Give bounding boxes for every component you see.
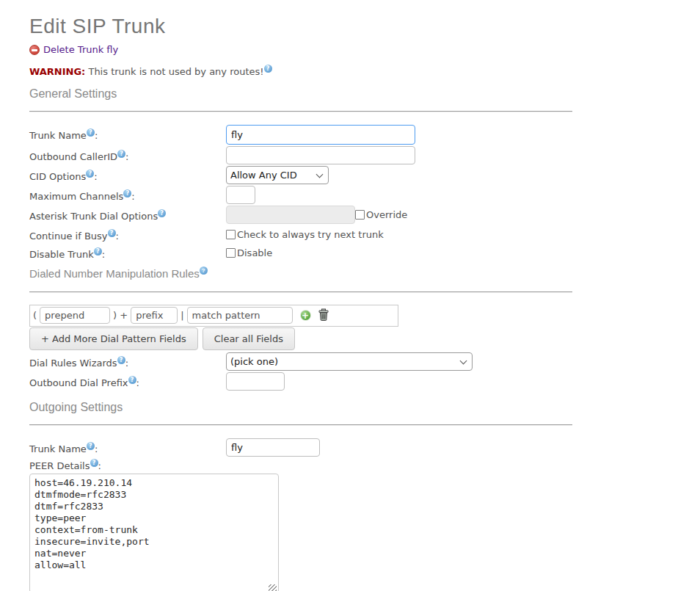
- dial-rules-form: Dial Rules Wizards?: (pick one) Outbound…: [29, 352, 572, 391]
- help-icon[interactable]: ?: [94, 247, 102, 255]
- disable-trunk-checkbox[interactable]: [226, 248, 236, 258]
- prepend-input[interactable]: [40, 307, 110, 324]
- continue-if-busy-cb-label: Check to always try next trunk: [237, 229, 384, 240]
- continue-if-busy-row: Continue if Busy?: Check to always try n…: [29, 225, 572, 242]
- outgoing-settings-heading: Outgoing Settings: [29, 401, 572, 414]
- outgoing-trunk-name-input[interactable]: [226, 438, 320, 457]
- outbound-dial-prefix-row: Outbound Dial Prefix?:: [29, 372, 572, 391]
- cid-options-select-wrap: Allow Any CID: [226, 166, 329, 184]
- outbound-callerid-label: Outbound CallerID?:: [29, 146, 226, 162]
- disable-trunk-label: Disable Trunk?:: [29, 244, 226, 260]
- cid-options-select[interactable]: Allow Any CID: [226, 166, 329, 184]
- wizards-select-wrap: (pick one): [226, 352, 473, 371]
- page-title: Edit SIP Trunk: [29, 15, 572, 38]
- help-icon[interactable]: ?: [200, 267, 208, 275]
- cid-options-row: CID Options?: Allow Any CID: [29, 166, 572, 184]
- outgoing-settings-form: Trunk Name?: PEER Details?: host=46.19.2…: [29, 438, 572, 591]
- help-icon[interactable]: ?: [123, 189, 131, 197]
- pattern-buttons-row: + Add More Dial Pattern Fields Clear all…: [29, 327, 572, 350]
- prefix-input[interactable]: [131, 307, 178, 324]
- pipe-separator: |: [181, 310, 183, 321]
- divider: [29, 424, 572, 426]
- help-icon[interactable]: ?: [87, 442, 95, 450]
- dial-rules-heading: Dialed Number Manipulation Rules?: [29, 267, 572, 280]
- outbound-callerid-row: Outbound CallerID?:: [29, 146, 572, 164]
- help-icon[interactable]: ?: [108, 229, 116, 237]
- resize-handle[interactable]: [269, 584, 277, 591]
- warning-text: This trunk is not used by any routes!: [88, 66, 263, 77]
- delete-icon[interactable]: [29, 45, 40, 55]
- outgoing-trunk-name-row: Trunk Name?:: [29, 438, 572, 457]
- close-paren-plus: ) +: [113, 310, 128, 321]
- trunk-name-row: Trunk Name?:: [29, 125, 572, 145]
- warning-row: WARNING: This trunk is not used by any r…: [29, 65, 572, 77]
- dial-pattern-row: ( ) + | +: [29, 305, 398, 327]
- delete-trunk-row: Delete Trunk fly: [29, 44, 572, 55]
- general-settings-form: Trunk Name?: Outbound CallerID?: CID Opt…: [29, 125, 572, 260]
- maximum-channels-row: Maximum Channels?:: [29, 186, 572, 204]
- open-paren: (: [33, 310, 37, 321]
- outbound-callerid-input[interactable]: [226, 146, 415, 164]
- override-checkbox[interactable]: [355, 210, 365, 220]
- disable-trunk-cb-label: Disable: [237, 247, 272, 258]
- help-icon[interactable]: ?: [264, 65, 272, 73]
- divider: [29, 111, 572, 112]
- help-icon[interactable]: ?: [87, 128, 95, 137]
- edit-sip-trunk-page: Edit SIP Trunk Delete Trunk fly WARNING:…: [0, 0, 572, 591]
- peer-details-wrap: host=46.19.210.14 dtmfmode=rfc2833 dtmf=…: [29, 474, 279, 591]
- dial-rules-wizards-row: Dial Rules Wizards?: (pick one): [29, 352, 572, 371]
- outbound-dial-prefix-label: Outbound Dial Prefix?:: [29, 372, 226, 388]
- peer-details-textarea[interactable]: host=46.19.210.14 dtmfmode=rfc2833 dtmf=…: [29, 474, 279, 591]
- delete-trunk-link[interactable]: Delete Trunk fly: [43, 44, 118, 55]
- disable-trunk-row: Disable Trunk?: Disable: [29, 244, 572, 260]
- clear-all-fields-button[interactable]: Clear all Fields: [203, 327, 295, 350]
- general-settings-heading: General Settings: [29, 87, 572, 101]
- cid-options-label: CID Options?:: [29, 166, 226, 182]
- continue-if-busy-checkbox[interactable]: [226, 230, 236, 239]
- dial-options-label: Asterisk Trunk Dial Options?: [29, 206, 226, 222]
- help-icon[interactable]: ?: [158, 209, 166, 217]
- dial-rules-wizards-select[interactable]: (pick one): [226, 352, 473, 371]
- help-icon[interactable]: ?: [117, 356, 125, 364]
- add-pattern-icon[interactable]: +: [300, 310, 311, 321]
- trunk-name-label: Trunk Name?:: [29, 125, 226, 141]
- trash-icon[interactable]: [318, 308, 329, 323]
- override-label: Override: [366, 209, 407, 220]
- outgoing-trunk-name-label: Trunk Name?:: [29, 438, 226, 454]
- dial-rules-wizards-label: Dial Rules Wizards?:: [29, 352, 226, 369]
- trunk-name-input[interactable]: [226, 125, 415, 145]
- help-icon[interactable]: ?: [128, 376, 136, 384]
- continue-if-busy-label: Continue if Busy?:: [29, 225, 226, 242]
- maximum-channels-label: Maximum Channels?:: [29, 186, 226, 202]
- peer-details-label: PEER Details?:: [29, 460, 572, 471]
- outbound-dial-prefix-input[interactable]: [226, 372, 285, 391]
- dial-options-input: [226, 206, 355, 224]
- help-icon[interactable]: ?: [86, 170, 94, 178]
- maximum-channels-input[interactable]: [226, 186, 255, 204]
- help-icon[interactable]: ?: [90, 459, 98, 467]
- match-pattern-input[interactable]: [187, 307, 293, 324]
- warning-label: WARNING:: [29, 66, 85, 77]
- divider: [29, 291, 572, 293]
- add-more-fields-button[interactable]: + Add More Dial Pattern Fields: [29, 327, 198, 350]
- dial-options-row: Asterisk Trunk Dial Options? Override: [29, 206, 572, 224]
- help-icon[interactable]: ?: [117, 150, 125, 158]
